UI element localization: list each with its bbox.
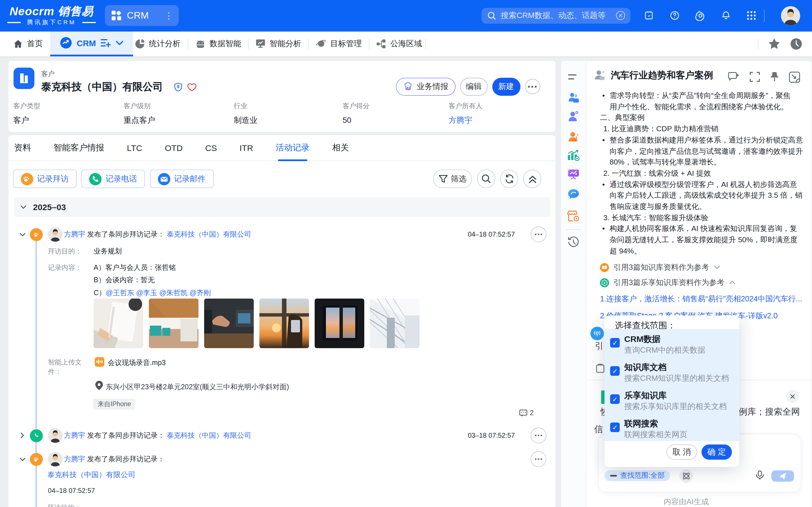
svg-text:AI: AI — [406, 86, 410, 91]
